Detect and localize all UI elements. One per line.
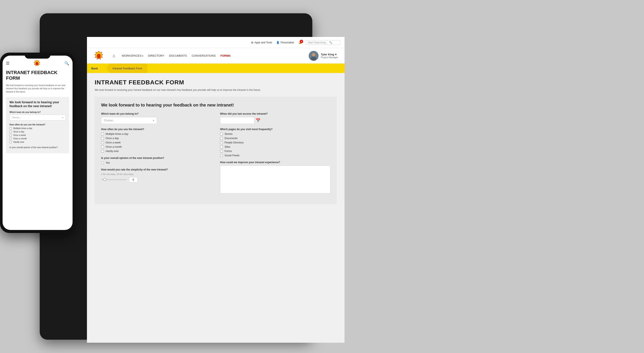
page-title: INTRANET FEEDBACK FORM: [95, 79, 337, 86]
pages-label: Which pages do you visit most frequently…: [220, 128, 330, 131]
notifications-bell[interactable]: 🔔 8: [298, 41, 302, 44]
improve-group: How could we improve your intranet exper…: [220, 161, 330, 194]
pages-group: Which pages do you visit most frequently…: [220, 128, 330, 157]
page-option-3[interactable]: Sites: [220, 145, 330, 148]
nav-forms[interactable]: FORMS: [220, 54, 230, 57]
overall-group: Is your overall opinion of the new intra…: [101, 156, 212, 164]
form-left-col: Which team do you belong to? Choose... ▾…: [101, 112, 212, 198]
overall-yes[interactable]: Yes: [101, 161, 212, 164]
usage-option-label-4: Hardly ever: [106, 150, 119, 153]
svg-point-5: [312, 53, 315, 56]
page-checkbox-2[interactable]: [220, 141, 223, 144]
usage-checkbox-2[interactable]: [101, 141, 104, 144]
team-label: Which team do you belong to?: [101, 112, 212, 115]
breadcrumb-arrow: [102, 64, 106, 73]
page-checkbox-3[interactable]: [220, 146, 223, 148]
page-label-1: Documents: [224, 137, 238, 140]
usage-option-4[interactable]: Hardly ever: [101, 150, 212, 153]
usage-option-0[interactable]: Multiple times a day: [101, 132, 212, 136]
user-info: Tyler King ▾ Project Manager: [321, 53, 338, 58]
phone-usage-checkbox-2[interactable]: [10, 134, 12, 136]
page-option-0[interactable]: Stories: [220, 132, 330, 136]
slider-hint: 1 for not easy, 10 for very easy.: [101, 173, 212, 176]
phone-chevron-icon: ▾: [62, 116, 63, 119]
phone-card-title: We look forward to to hearing your feedb…: [10, 100, 66, 108]
usage-checkbox-3[interactable]: [101, 146, 104, 148]
usage-option-2[interactable]: Once a week: [101, 141, 212, 144]
overall-radio[interactable]: [101, 162, 104, 164]
phone-usage-3[interactable]: Once a month: [10, 138, 66, 140]
page-option-2[interactable]: People Directory: [220, 141, 330, 144]
phone-usage-checkbox-1[interactable]: [10, 130, 12, 133]
phone-usage-label-4: Hardly ever: [13, 141, 24, 143]
phone-usage-label-1: Once a day: [13, 130, 24, 133]
usage-checkbox-1[interactable]: [101, 137, 104, 140]
phone-usage-1[interactable]: Once a day: [10, 130, 66, 133]
page-checkbox-4[interactable]: [220, 150, 223, 153]
nav-documents[interactable]: DOCUMENTS: [169, 54, 187, 57]
phone-usage-4[interactable]: Hardly ever: [10, 141, 66, 143]
slider-value-input[interactable]: [129, 177, 138, 182]
tablet-screen: ⊞ Apps and Tools 👤 Personalise 🔔 8 Start…: [87, 37, 344, 343]
page-option-1[interactable]: Documents: [220, 137, 330, 140]
tablet-main-nav: ⌂ WORKSPACES DIRECTORY DOCUMENTS CONVERS…: [87, 48, 344, 64]
page-subtitle: We look forward to receiving your honest…: [95, 88, 337, 92]
form-right-col: When did you last access the intranet? 📅…: [220, 112, 330, 198]
date-field[interactable]: [220, 117, 254, 124]
notification-badge: 8: [300, 40, 303, 43]
page-checkbox-1[interactable]: [220, 137, 223, 140]
search-placeholder: Start Searching...: [308, 41, 328, 44]
phone-usage-label: How often do you use the intranet?: [10, 124, 66, 126]
overall-yes-label: Yes: [106, 161, 110, 164]
svg-point-1: [97, 54, 101, 58]
usage-option-label-0: Multiple times a day: [106, 132, 128, 136]
team-group: Which team do you belong to? Choose... ▾: [101, 112, 212, 124]
apps-tools-link[interactable]: ⊞ Apps and Tools: [251, 41, 272, 44]
hamburger-icon[interactable]: ☰: [6, 61, 10, 66]
page-label-3: Sites: [224, 145, 230, 148]
phone-usage-checkbox-4[interactable]: [10, 141, 12, 143]
team-select[interactable]: Choose... ▾: [101, 117, 157, 124]
nav-directory[interactable]: DIRECTORY: [148, 54, 164, 57]
nav-workspaces[interactable]: WORKSPACES: [122, 54, 143, 57]
phone-usage-2[interactable]: Once a week: [10, 134, 66, 136]
calendar-icon[interactable]: 📅: [256, 118, 260, 123]
phone-usage-group: Multiple times a day Once a day Once a w…: [10, 127, 66, 143]
home-icon[interactable]: ⌂: [113, 53, 115, 58]
personalise-link[interactable]: 👤 Personalise: [276, 41, 294, 44]
page-label-5: Social Feeds: [224, 154, 239, 157]
tablet-top-nav: ⊞ Apps and Tools 👤 Personalise 🔔 8 Start…: [87, 37, 344, 48]
phone-team-select[interactable]: Choose... ▾: [10, 115, 66, 120]
phone-content: INTRANET FEEDBACK FORM We look forward t…: [2, 66, 72, 224]
phone-shell-logo: [33, 60, 41, 67]
pages-checkbox-group: Stories Documents People Directory: [220, 132, 330, 157]
page-checkbox-5[interactable]: [220, 154, 223, 157]
phone-usage-label-3: Once a month: [13, 138, 27, 140]
page-option-5[interactable]: Social Feeds: [220, 154, 330, 157]
breadcrumb-back[interactable]: Back: [87, 64, 102, 73]
usage-option-1[interactable]: Once a day: [101, 137, 212, 140]
user-name-text: Tyler King: [321, 53, 334, 56]
page-option-4[interactable]: Forms: [220, 150, 330, 153]
nav-links: WORKSPACES DIRECTORY DOCUMENTS CONVERSAT…: [122, 54, 302, 57]
phone-usage-0[interactable]: Multiple times a day: [10, 127, 66, 130]
nav-conversations[interactable]: CONVERSATIONS: [192, 54, 216, 57]
phone-usage-checkbox-0[interactable]: [10, 127, 12, 130]
page-checkbox-0[interactable]: [220, 133, 223, 136]
usage-checkbox-0[interactable]: [101, 133, 104, 136]
user-profile[interactable]: Tyler King ▾ Project Manager: [309, 51, 338, 61]
simplicity-label: How would you rate the simplicity of the…: [101, 168, 212, 171]
simplicity-group: How would you rate the simplicity of the…: [101, 168, 212, 182]
slider-thumb[interactable]: [103, 178, 106, 181]
phone-search-icon[interactable]: 🔍: [64, 61, 69, 66]
usage-checkbox-4[interactable]: [101, 150, 104, 153]
usage-group: How often do you use the intranet? Multi…: [101, 128, 212, 153]
avatar: [309, 51, 318, 61]
search-bar[interactable]: Start Searching... 🔍: [306, 40, 340, 45]
phone-usage-checkbox-3[interactable]: [10, 138, 12, 140]
form-card: We look forward to to hearing your feedb…: [95, 96, 337, 204]
phone-screen: ☰ 🔍 INTRANET FEEDBACK FORM We look forwa…: [2, 56, 72, 230]
phone-usage-label-0: Multiple times a day: [13, 127, 32, 130]
improve-textarea[interactable]: [220, 166, 330, 194]
usage-option-3[interactable]: Once a month: [101, 145, 212, 148]
